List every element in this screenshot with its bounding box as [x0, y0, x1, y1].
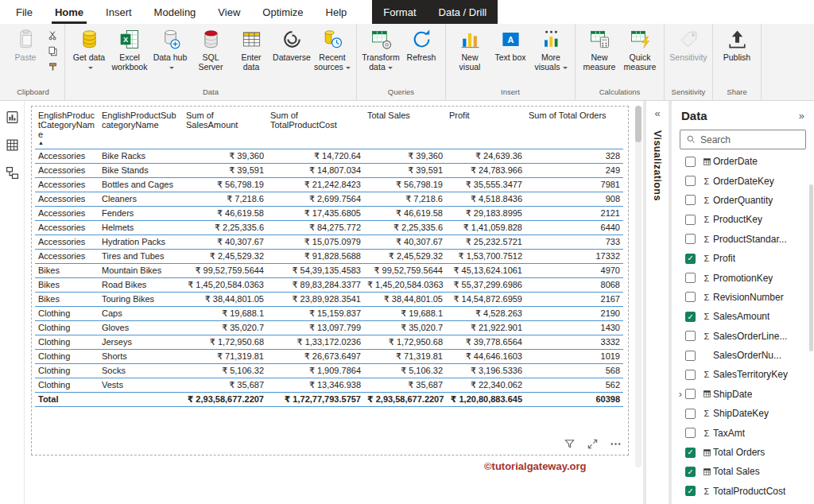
quick-measure-button[interactable]: Quick measure — [620, 26, 660, 74]
table-cell[interactable]: ₹ 14,720.64 — [267, 149, 364, 163]
column-header-profit[interactable]: Profit — [446, 109, 525, 149]
data-hub-button[interactable]: Data hub — [150, 26, 190, 74]
table-cell[interactable]: ₹ 35,020.7 — [183, 320, 267, 335]
table-cell[interactable]: ₹ 39,591 — [364, 163, 446, 177]
field-revisionnumber[interactable]: ΣRevisionNumber — [672, 288, 814, 307]
table-cell[interactable]: ₹ 24,639.36 — [446, 149, 525, 163]
table-cell[interactable]: ₹ 2,699.7564 — [267, 192, 364, 206]
cut-button[interactable] — [48, 30, 58, 41]
table-cell[interactable]: ₹ 2,93,58,677.2207 — [183, 392, 267, 406]
visualizations-pane-title[interactable]: Visualizations — [652, 130, 663, 201]
table-cell[interactable]: Fenders — [99, 206, 183, 220]
table-cell[interactable]: ₹ 40,307.67 — [364, 235, 446, 249]
table-cell[interactable]: Touring Bikes — [99, 292, 183, 306]
field-checkbox[interactable] — [685, 234, 696, 244]
table-cell[interactable]: ₹ 99,52,759.5644 — [183, 263, 267, 277]
table-cell[interactable]: ₹ 7,218.6 — [364, 192, 446, 206]
column-header-englishproductcategoryname[interactable]: EnglishProductCategoryName▲ — [35, 109, 99, 149]
tab-view[interactable]: View — [207, 0, 251, 24]
field-total-orders[interactable]: ✓Total Orders — [672, 443, 814, 462]
table-row[interactable]: AccessoriesFenders₹ 46,619.58₹ 17,435.68… — [35, 206, 623, 220]
table-cell[interactable]: 568 — [525, 363, 623, 378]
table-cell[interactable]: ₹ 23,89,928.3541 — [267, 292, 364, 306]
search-box[interactable] — [680, 130, 806, 149]
table-cell[interactable]: Bikes — [35, 263, 99, 277]
table-cell[interactable]: 6440 — [525, 220, 623, 235]
field-checkbox[interactable] — [685, 370, 696, 380]
table-cell[interactable]: Clothing — [35, 363, 99, 378]
table-cell[interactable]: Road Bikes — [99, 277, 183, 292]
table-row[interactable]: AccessoriesBike Racks₹ 39,360₹ 14,720.64… — [35, 149, 623, 163]
table-cell[interactable]: ₹ 38,44,801.05 — [183, 292, 267, 306]
transform-data-button[interactable]: Transform data — [361, 26, 401, 74]
excel-workbook-button[interactable]: XExcel workbook — [110, 26, 149, 74]
table-cell[interactable]: ₹ 71,319.81 — [364, 349, 446, 363]
table-cell[interactable]: 17332 — [525, 249, 623, 263]
table-cell[interactable]: ₹ 4,518.8436 — [446, 192, 525, 206]
field-total-sales[interactable]: ✓Total Sales — [672, 462, 814, 481]
table-cell[interactable]: 2190 — [525, 306, 623, 320]
recent-sources-button[interactable]: Recent sources — [312, 26, 352, 74]
table-row[interactable]: ClothingShorts₹ 71,319.81₹ 26,673.6497₹ … — [35, 349, 623, 363]
field-salesorderline[interactable]: ΣSalesOrderLine... — [672, 327, 814, 346]
table-cell[interactable]: ₹ 89,83,284.3377 — [267, 277, 364, 292]
table-row[interactable]: ClothingGloves₹ 35,020.7₹ 13,097.799₹ 35… — [35, 320, 623, 335]
model-view-button[interactable] — [6, 166, 19, 180]
table-cell[interactable]: ₹ 39,360 — [183, 149, 267, 163]
table-cell[interactable]: Bike Racks — [99, 149, 183, 163]
field-orderdatekey[interactable]: ΣOrderDateKey — [672, 171, 814, 190]
text-box-button[interactable]: AText box — [490, 26, 530, 64]
table-cell[interactable]: ₹ 1,72,950.68 — [364, 335, 446, 349]
table-row[interactable]: BikesMountain Bikes₹ 99,52,759.5644₹ 54,… — [35, 263, 623, 277]
table-cell[interactable]: ₹ 55,37,299.6986 — [446, 277, 525, 292]
table-cell[interactable]: ₹ 35,555.3477 — [446, 177, 525, 192]
field-orderdate[interactable]: OrderDate — [672, 156, 814, 171]
tab-format[interactable]: Format — [372, 0, 427, 24]
table-cell[interactable]: 1430 — [525, 320, 623, 335]
table-cell[interactable]: Tires and Tubes — [99, 249, 183, 263]
table-cell[interactable]: ₹ 19,688.1 — [364, 306, 446, 320]
field-salesterritorykey[interactable]: ΣSalesTerritoryKey — [672, 365, 814, 384]
table-cell[interactable]: Accessories — [35, 192, 99, 206]
table-cell[interactable]: ₹ 2,93,58,677.2207 — [364, 392, 446, 406]
tab-home[interactable]: Home — [44, 0, 95, 24]
format-painter-button[interactable] — [48, 62, 58, 72]
table-cell[interactable]: Bike Stands — [99, 163, 183, 177]
table-row[interactable]: ClothingJerseys₹ 1,72,950.68₹ 1,33,172.0… — [35, 335, 623, 349]
field-checkbox[interactable] — [685, 409, 696, 419]
field-checkbox[interactable] — [685, 157, 696, 167]
table-cell[interactable]: ₹ 46,619.58 — [364, 206, 446, 220]
field-checkbox[interactable] — [685, 389, 696, 399]
table-cell[interactable]: ₹ 21,922.901 — [446, 320, 525, 335]
field-checkbox[interactable] — [685, 215, 696, 225]
table-cell[interactable]: ₹ 29,183.8995 — [446, 206, 525, 220]
table-cell[interactable]: 733 — [525, 235, 623, 249]
field-checkbox[interactable] — [685, 273, 696, 283]
table-cell[interactable]: ₹ 5,106.32 — [364, 363, 446, 378]
table-cell[interactable]: ₹ 19,688.1 — [183, 306, 267, 320]
table-cell[interactable]: Hydration Packs — [99, 235, 183, 249]
search-input[interactable] — [700, 134, 800, 145]
paste-button[interactable]: Paste — [6, 26, 45, 64]
table-cell[interactable]: Clothing — [35, 306, 99, 320]
table-cell[interactable]: Helmets — [99, 220, 183, 235]
field-checkbox[interactable] — [685, 292, 696, 302]
table-row[interactable]: BikesRoad Bikes₹ 1,45,20,584.0363₹ 89,83… — [35, 277, 623, 292]
tab-optimize[interactable]: Optimize — [251, 0, 314, 24]
table-cell[interactable]: ₹ 91,828.5688 — [267, 249, 364, 263]
field-shipdate[interactable]: ›ShipDate — [672, 385, 814, 404]
table-row[interactable]: ClothingVests₹ 35,687₹ 13,346.938₹ 35,68… — [35, 378, 623, 392]
table-cell[interactable]: ₹ 14,54,872.6959 — [446, 292, 525, 306]
table-cell[interactable]: Accessories — [35, 163, 99, 177]
table-cell[interactable]: ₹ 2,45,529.32 — [364, 249, 446, 263]
table-cell[interactable]: 2167 — [525, 292, 623, 306]
table-cell[interactable]: ₹ 17,435.6805 — [267, 206, 364, 220]
filter-button[interactable] — [564, 438, 576, 450]
field-checkbox[interactable] — [685, 428, 696, 438]
column-header-sum-of-total-orders[interactable]: Sum of Total Orders — [525, 109, 623, 149]
table-cell[interactable]: ₹ 46,619.58 — [183, 206, 267, 220]
table-cell[interactable]: Socks — [99, 363, 183, 378]
column-header-sum-of-totalproductcost[interactable]: Sum of TotalProductCost — [267, 109, 364, 149]
field-productstandar[interactable]: ΣProductStandar... — [672, 230, 814, 249]
refresh-button[interactable]: Refresh — [401, 26, 441, 64]
